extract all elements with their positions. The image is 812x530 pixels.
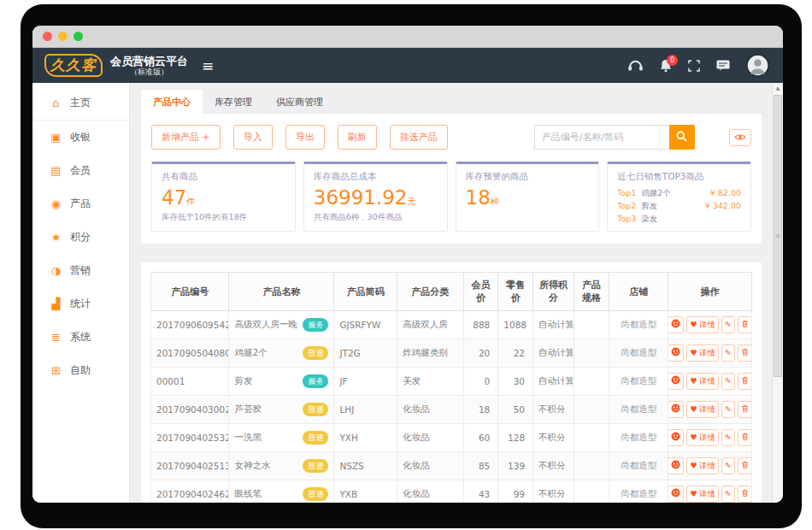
detail-button[interactable]: ♥详情 — [686, 373, 719, 390]
close-button[interactable] — [43, 32, 52, 41]
edit-button[interactable]: ✎ — [721, 373, 735, 390]
cell-actions: ♥详情 ✎ — [668, 311, 752, 339]
add-product-button[interactable]: 新增产品 + — [151, 125, 221, 150]
display-button[interactable] — [668, 373, 685, 390]
delete-button[interactable] — [738, 429, 752, 446]
sidebar-item-self-service[interactable]: ⊞ 自助 — [32, 354, 129, 387]
top3-price: ¥ 82.00 — [710, 186, 741, 199]
import-button[interactable]: 导入 — [233, 125, 273, 150]
edit-button[interactable]: ✎ — [721, 401, 735, 418]
search-input[interactable] — [534, 125, 669, 150]
top3-name: 剪发 — [641, 199, 657, 212]
cell-member-price: 60 — [463, 424, 498, 452]
window-shadow: 久久客 会员营销云平台 （标准版） ≡ 0 — [21, 4, 802, 528]
filter-products-button[interactable]: 筛选产品 — [390, 125, 448, 150]
cell-short: YXB — [334, 480, 397, 504]
stat-note: 库存低于10件的有18件 — [162, 212, 285, 223]
sidebar-item-label: 系统 — [70, 330, 91, 344]
search-button[interactable] — [669, 125, 695, 150]
detail-button[interactable]: ♥详情 — [686, 457, 719, 474]
app-logo[interactable]: 久久客 — [44, 54, 103, 76]
display-button[interactable] — [668, 344, 685, 362]
menu-toggle-icon[interactable]: ≡ — [202, 57, 214, 74]
cell-shop: 尚都造型 — [609, 452, 668, 480]
table-row: 20170904030024142 芦荟胶普通 LHJ 化妆品 18 50 不积… — [151, 396, 752, 424]
type-badge: 服务 — [303, 374, 328, 388]
trash-icon — [741, 433, 749, 444]
avatar[interactable] — [746, 54, 769, 77]
top3-item: Top3 染发 — [617, 212, 741, 225]
fullscreen-icon[interactable] — [688, 60, 700, 72]
cell-actions: ♥详情 ✎ — [668, 368, 752, 396]
stat-card-title: 共有商品 — [162, 171, 285, 183]
sidebar-item-marketing[interactable]: ◑ 营销 — [32, 254, 129, 287]
top3-rank: Top3 — [617, 212, 641, 225]
sidebar-item-product[interactable]: ◉ 产品 — [32, 187, 129, 221]
sidebar-item-member[interactable]: ▤ 会员 — [32, 154, 129, 187]
cell-short: NSZS — [334, 452, 397, 480]
edit-button[interactable]: ✎ — [721, 429, 735, 446]
edit-button[interactable]: ✎ — [721, 344, 735, 362]
delete-button[interactable] — [738, 486, 752, 503]
cell-category: 化妆品 — [397, 452, 463, 480]
edit-button[interactable]: ✎ — [721, 316, 735, 333]
tab-inventory[interactable]: 库存管理 — [203, 90, 264, 114]
tab-supplier[interactable]: 供应商管理 — [264, 90, 335, 114]
delete-button[interactable] — [738, 401, 752, 418]
detail-button[interactable]: ♥详情 — [686, 429, 719, 446]
cell-short: JF — [334, 368, 397, 396]
cell-spec — [574, 339, 609, 368]
scroll-up-icon[interactable]: ▲ — [773, 85, 783, 91]
sidebar-item-system[interactable]: ≣ 系统 — [32, 321, 129, 354]
delete-button[interactable] — [738, 344, 752, 362]
cell-shop: 尚都造型 — [609, 311, 668, 339]
toggle-visibility-button[interactable] — [729, 129, 751, 146]
zoom-button[interactable] — [74, 32, 83, 41]
export-button[interactable]: 导出 — [285, 125, 325, 150]
scrollbar-thumb[interactable]: ≡ — [774, 95, 782, 377]
delete-button[interactable] — [738, 373, 752, 390]
col-header-actions: 操作 — [668, 273, 752, 311]
stat-card-top3-sales: 近七日销售TOP3商品 Top1 鸡腿2个 ¥ 82.00 Top2 剪发 ¥ … — [607, 162, 751, 232]
heart-icon: ♥ — [690, 320, 697, 330]
detail-button[interactable]: ♥详情 — [686, 316, 719, 333]
col-header-retail-price: 零售价 — [498, 273, 533, 311]
minimize-button[interactable] — [58, 32, 68, 41]
display-button[interactable] — [668, 316, 685, 333]
delete-button[interactable] — [738, 316, 752, 333]
table-row: 00001 剪发服务 JF 美发 0 30 自动计算 尚都造型 ♥详情 — [151, 368, 752, 396]
trash-icon — [741, 404, 749, 415]
sidebar-item-home[interactable]: ⌂ 主页 — [32, 86, 129, 121]
sidebar-item-points[interactable]: ★ 积分 — [32, 221, 129, 254]
messages-icon[interactable] — [716, 60, 730, 72]
tab-product-center[interactable]: 产品中心 — [141, 90, 203, 114]
product-name: 女神之水 — [234, 460, 270, 472]
notifications-bell-icon[interactable]: 0 — [660, 59, 672, 73]
delete-button[interactable] — [738, 457, 752, 474]
refresh-button[interactable]: 刷新 — [338, 125, 377, 150]
stat-value: 18 — [466, 186, 491, 209]
display-button[interactable] — [668, 429, 685, 446]
detail-button[interactable]: ♥详情 — [686, 401, 719, 418]
cell-actions: ♥详情 ✎ — [668, 396, 752, 424]
sidebar-item-statistics[interactable]: ▟ 统计 — [32, 287, 129, 321]
vertical-scrollbar[interactable]: ▲ ≡ — [772, 83, 783, 503]
display-button[interactable] — [668, 401, 685, 418]
table-row: 20170906095425159 高级双人房一晚服务 GJSRFYW 高级双人… — [151, 311, 752, 339]
display-button[interactable] — [668, 457, 685, 474]
sidebar-item-cashier[interactable]: ▣ 收银 — [32, 121, 129, 154]
cell-actions: ♥详情 ✎ — [668, 339, 752, 368]
face-icon — [671, 488, 680, 500]
edit-button[interactable]: ✎ — [721, 486, 735, 503]
edit-button[interactable]: ✎ — [721, 457, 735, 474]
type-badge: 服务 — [303, 318, 328, 332]
support-headset-icon[interactable] — [627, 59, 644, 72]
detail-button[interactable]: ♥详情 — [686, 344, 719, 362]
display-button[interactable] — [668, 486, 685, 503]
cashier-icon: ▣ — [50, 131, 62, 144]
heart-icon: ♥ — [690, 433, 697, 443]
detail-button[interactable]: ♥详情 — [686, 486, 719, 503]
cell-code: 20170904025328404 — [151, 424, 229, 452]
col-header-code: 产品编号 — [151, 273, 229, 311]
cell-category: 化妆品 — [397, 480, 463, 504]
